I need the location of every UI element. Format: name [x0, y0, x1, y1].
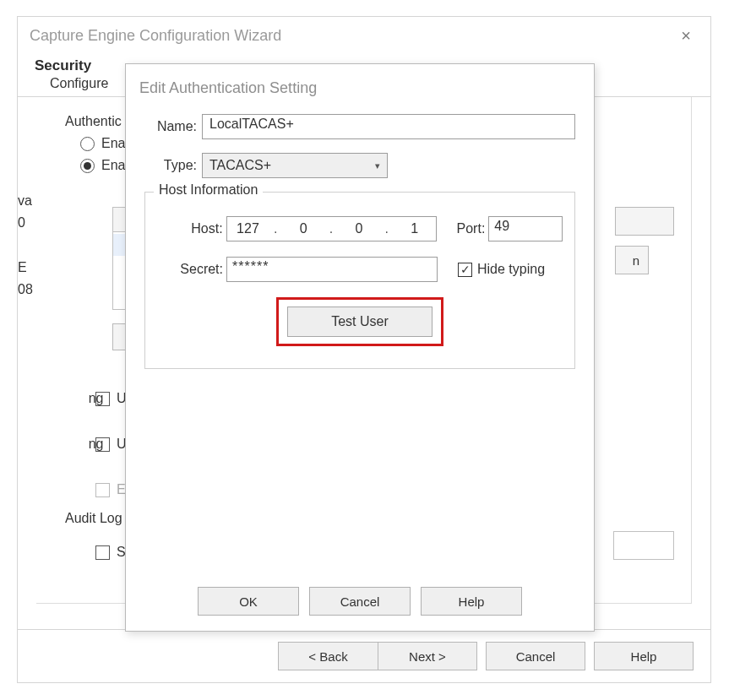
- radio-icon: [80, 159, 95, 173]
- host-information-group: Host Information Host: 127. 0. 0. 1 Port…: [144, 192, 575, 369]
- type-label: Type:: [144, 158, 202, 173]
- side-button-1[interactable]: [615, 207, 674, 236]
- name-input[interactable]: LocalTACAS+: [202, 114, 575, 139]
- wizard-title: Capture Engine Configuration Wizard: [30, 27, 281, 45]
- chevron-down-icon: ▾: [375, 160, 380, 171]
- type-select[interactable]: TACACS+ ▾: [202, 153, 388, 178]
- test-user-highlight: Test User: [276, 297, 443, 346]
- host-ip-input[interactable]: 127. 0. 0. 1: [226, 216, 437, 241]
- radio-icon: [80, 137, 95, 151]
- cancel-button[interactable]: Cancel: [486, 642, 585, 670]
- dialog-title: Edit Authentication Setting: [126, 64, 594, 107]
- secret-input[interactable]: ******: [226, 257, 438, 282]
- radio-option-1[interactable]: Ena: [80, 136, 125, 151]
- name-label: Name:: [144, 119, 202, 134]
- checkbox-icon: [95, 483, 110, 497]
- wizard-titlebar: Capture Engine Configuration Wizard ×: [18, 17, 710, 54]
- type-value: TACACS+: [209, 158, 271, 173]
- authentication-group: Authentic Ena Ena: [65, 114, 125, 180]
- test-user-button[interactable]: Test User: [287, 307, 433, 337]
- host-info-legend: Host Information: [154, 182, 263, 198]
- radio-option-2[interactable]: Ena: [80, 158, 125, 173]
- next-button[interactable]: Next >: [378, 642, 477, 670]
- secret-label: Secret:: [157, 262, 226, 277]
- audit-input[interactable]: [613, 531, 674, 560]
- edit-authentication-dialog: Edit Authentication Setting Name: LocalT…: [125, 63, 595, 632]
- ok-button[interactable]: OK: [198, 587, 299, 616]
- hide-typing-label: Hide typing: [477, 262, 545, 277]
- checkbox-icon: ✓: [458, 263, 472, 277]
- back-button[interactable]: < Back: [278, 642, 378, 670]
- close-icon[interactable]: ×: [673, 26, 699, 46]
- audit-log-label: Audit Log: [65, 511, 122, 526]
- cancel-button[interactable]: Cancel: [309, 587, 411, 616]
- help-button[interactable]: Help: [421, 587, 522, 616]
- host-label: Host:: [157, 221, 226, 236]
- port-input[interactable]: 49: [488, 216, 563, 241]
- help-button[interactable]: Help: [594, 642, 694, 670]
- side-button-2[interactable]: n: [615, 246, 649, 274]
- port-label: Port:: [457, 221, 486, 236]
- dialog-footer: OK Cancel Help: [126, 587, 594, 616]
- wizard-footer: < Back Next > Cancel Help: [18, 629, 710, 682]
- left-cropped-text: va 0 E 08: [18, 190, 33, 300]
- authentication-label: Authentic: [65, 114, 125, 129]
- checkbox-icon: [95, 545, 110, 560]
- hide-typing-checkbox[interactable]: ✓ Hide typing: [458, 262, 545, 277]
